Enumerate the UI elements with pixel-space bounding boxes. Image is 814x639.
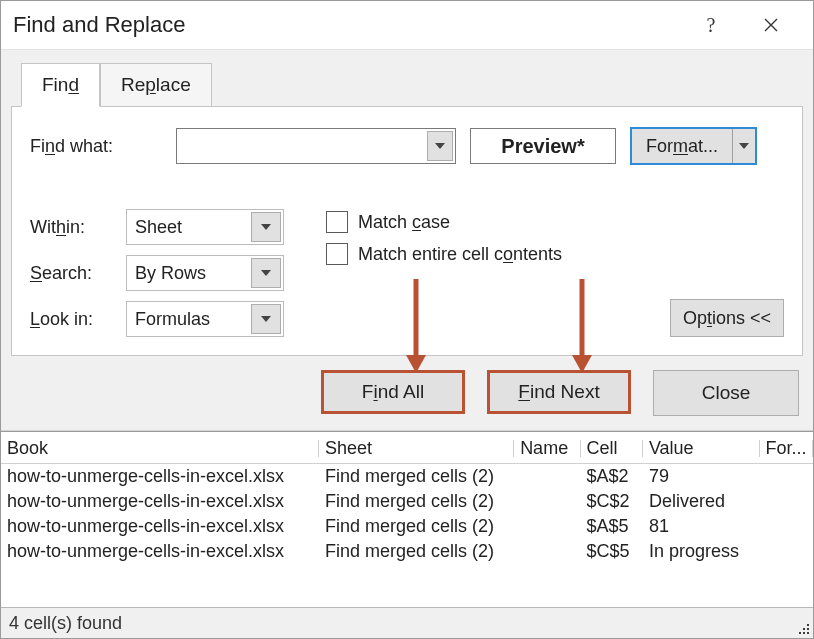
- search-label: Search:: [30, 263, 126, 284]
- cell-name: [514, 464, 580, 490]
- close-window-button[interactable]: [741, 1, 801, 49]
- options-checkboxes: Match case Match entire cell contents: [326, 209, 562, 337]
- cell-book: how-to-unmerge-cells-in-excel.xlsx: [1, 539, 319, 564]
- cell-name: [514, 489, 580, 514]
- search-dropdown[interactable]: [251, 258, 281, 288]
- find-replace-dialog: Find and Replace ? Find Replace Find wha…: [0, 0, 814, 639]
- results-pane: Book Sheet Name Cell Value For... how-to…: [1, 431, 813, 564]
- results-row[interactable]: how-to-unmerge-cells-in-excel.xlsx Find …: [1, 539, 813, 564]
- cell-cell: $A$5: [581, 514, 643, 539]
- dialog-title: Find and Replace: [13, 12, 185, 38]
- cell-name: [514, 539, 580, 564]
- format-button-dropdown[interactable]: [732, 129, 755, 163]
- close-icon: [763, 17, 779, 33]
- format-button-label: Format...: [632, 129, 732, 163]
- cell-formula: [760, 539, 813, 564]
- cell-value: Delivered: [643, 489, 760, 514]
- tab-replace[interactable]: Replace: [100, 63, 212, 107]
- find-all-button[interactable]: Find All: [321, 370, 465, 414]
- match-case-checkbox[interactable]: Match case: [326, 211, 562, 233]
- cell-cell: $A$2: [581, 464, 643, 490]
- cell-value: 79: [643, 464, 760, 490]
- cell-cell: $C$5: [581, 539, 643, 564]
- chevron-down-icon: [261, 316, 271, 322]
- search-combo[interactable]: By Rows: [126, 255, 284, 291]
- chevron-down-icon: [261, 224, 271, 230]
- cell-value: In progress: [643, 539, 760, 564]
- upper-area: Find Replace Find what: Preview* Format.…: [1, 49, 813, 431]
- cell-value: 81: [643, 514, 760, 539]
- find-what-label: Find what:: [30, 136, 162, 157]
- col-header-name[interactable]: Name: [514, 432, 580, 464]
- cell-book: how-to-unmerge-cells-in-excel.xlsx: [1, 489, 319, 514]
- cell-sheet: Find merged cells (2): [319, 539, 514, 564]
- col-header-formula[interactable]: For...: [760, 432, 813, 464]
- titlebar: Find and Replace ?: [1, 1, 813, 49]
- within-label: Within:: [30, 217, 126, 238]
- svg-point-7: [799, 632, 801, 634]
- results-table: Book Sheet Name Cell Value For... how-to…: [1, 432, 813, 564]
- within-combo[interactable]: Sheet: [126, 209, 284, 245]
- lookin-label: Look in:: [30, 309, 126, 330]
- svg-point-4: [807, 624, 809, 626]
- cell-formula: [760, 464, 813, 490]
- status-text: 4 cell(s) found: [9, 613, 122, 634]
- svg-point-5: [803, 628, 805, 630]
- find-what-input[interactable]: [177, 129, 425, 163]
- find-what-dropdown[interactable]: [427, 131, 453, 161]
- cell-cell: $C$2: [581, 489, 643, 514]
- cell-sheet: Find merged cells (2): [319, 514, 514, 539]
- statusbar: 4 cell(s) found: [1, 607, 813, 638]
- options-toggle-button[interactable]: Options <<: [670, 299, 784, 337]
- checkbox-icon: [326, 211, 348, 233]
- results-body: how-to-unmerge-cells-in-excel.xlsx Find …: [1, 464, 813, 565]
- lookin-dropdown[interactable]: [251, 304, 281, 334]
- lookin-value: Formulas: [127, 302, 249, 336]
- format-preview: Preview*: [470, 128, 616, 164]
- chevron-down-icon: [435, 143, 445, 149]
- find-next-button[interactable]: Find Next: [487, 370, 631, 414]
- options-panel: Find what: Preview* Format... Within: Sh…: [11, 106, 803, 356]
- resize-grip-icon[interactable]: [796, 621, 810, 635]
- col-header-sheet[interactable]: Sheet: [319, 432, 514, 464]
- col-header-value[interactable]: Value: [643, 432, 760, 464]
- checkbox-icon: [326, 243, 348, 265]
- cell-formula: [760, 514, 813, 539]
- tabstrip: Find Replace: [9, 58, 805, 106]
- help-button[interactable]: ?: [681, 1, 741, 49]
- within-value: Sheet: [127, 210, 249, 244]
- cell-book: how-to-unmerge-cells-in-excel.xlsx: [1, 464, 319, 490]
- svg-point-8: [803, 632, 805, 634]
- find-what-combo[interactable]: [176, 128, 456, 164]
- chevron-down-icon: [739, 143, 749, 149]
- svg-point-6: [807, 628, 809, 630]
- cell-sheet: Find merged cells (2): [319, 464, 514, 490]
- lookin-combo[interactable]: Formulas: [126, 301, 284, 337]
- format-button[interactable]: Format...: [630, 127, 757, 165]
- find-what-row: Find what: Preview* Format...: [30, 127, 784, 165]
- button-row: Find All Find Next Close: [9, 370, 805, 416]
- close-button[interactable]: Close: [653, 370, 799, 416]
- cell-book: how-to-unmerge-cells-in-excel.xlsx: [1, 514, 319, 539]
- cell-sheet: Find merged cells (2): [319, 489, 514, 514]
- tab-find[interactable]: Find: [21, 63, 100, 107]
- chevron-down-icon: [261, 270, 271, 276]
- col-header-cell[interactable]: Cell: [581, 432, 643, 464]
- within-dropdown[interactable]: [251, 212, 281, 242]
- search-value: By Rows: [127, 256, 249, 290]
- svg-point-9: [807, 632, 809, 634]
- cell-name: [514, 514, 580, 539]
- cell-formula: [760, 489, 813, 514]
- match-entire-checkbox[interactable]: Match entire cell contents: [326, 243, 562, 265]
- results-row[interactable]: how-to-unmerge-cells-in-excel.xlsx Find …: [1, 464, 813, 490]
- results-row[interactable]: how-to-unmerge-cells-in-excel.xlsx Find …: [1, 514, 813, 539]
- options-left: Within: Sheet Search: By Rows Look in: F…: [30, 209, 284, 337]
- col-header-book[interactable]: Book: [1, 432, 319, 464]
- results-row[interactable]: how-to-unmerge-cells-in-excel.xlsx Find …: [1, 489, 813, 514]
- results-header-row: Book Sheet Name Cell Value For...: [1, 432, 813, 464]
